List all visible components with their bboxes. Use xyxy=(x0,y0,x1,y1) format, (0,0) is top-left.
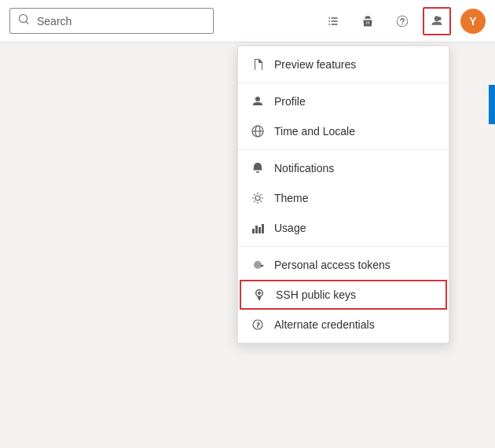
marketplace-button[interactable] xyxy=(354,7,382,35)
user-dropdown-menu: Preview features Profile Time and Locale… xyxy=(237,46,449,343)
user-settings-button[interactable] xyxy=(423,7,451,35)
header: Search Y xyxy=(0,0,495,42)
divider-1 xyxy=(238,83,449,83)
search-icon xyxy=(18,13,31,28)
profile-icon xyxy=(251,94,265,108)
menu-item-personal-access-tokens[interactable]: Personal access tokens xyxy=(238,250,449,280)
credentials-icon xyxy=(251,318,265,332)
menu-item-profile-label: Profile xyxy=(274,95,306,108)
svg-rect-7 xyxy=(258,227,261,233)
tokens-icon xyxy=(251,258,265,272)
svg-rect-8 xyxy=(262,224,264,233)
theme-icon xyxy=(251,191,265,205)
menu-item-usage-label: Usage xyxy=(274,222,306,234)
menu-item-alternate-credentials[interactable]: Alternate credentials xyxy=(238,310,449,340)
menu-item-notifications-label: Notifications xyxy=(274,162,334,174)
menu-item-preview-features-label: Preview features xyxy=(274,58,356,71)
search-placeholder: Search xyxy=(37,15,72,28)
menu-item-personal-access-tokens-label: Personal access tokens xyxy=(274,259,390,271)
menu-item-profile[interactable]: Profile xyxy=(238,86,449,116)
task-list-button[interactable] xyxy=(319,7,347,35)
divider-3 xyxy=(238,246,449,247)
menu-item-preview-features[interactable]: Preview features xyxy=(238,50,449,79)
menu-item-ssh-public-keys[interactable]: SSH public keys xyxy=(240,280,447,310)
svg-point-4 xyxy=(255,196,260,200)
svg-rect-5 xyxy=(252,229,255,233)
menu-item-theme-label: Theme xyxy=(274,192,309,204)
usage-icon xyxy=(251,221,265,235)
menu-item-theme[interactable]: Theme xyxy=(238,183,449,213)
ssh-icon xyxy=(252,288,266,302)
menu-item-ssh-public-keys-label: SSH public keys xyxy=(276,288,356,301)
menu-item-time-locale[interactable]: Time and Locale xyxy=(238,116,449,146)
document-icon xyxy=(251,57,265,72)
menu-item-time-locale-label: Time and Locale xyxy=(274,125,355,138)
notifications-icon xyxy=(251,161,265,175)
divider-2 xyxy=(238,149,449,150)
search-box[interactable]: Search xyxy=(9,8,214,34)
menu-item-alternate-credentials-label: Alternate credentials xyxy=(274,318,375,331)
svg-rect-6 xyxy=(255,226,258,233)
globe-icon xyxy=(251,124,265,138)
blue-accent-bar xyxy=(489,85,495,124)
menu-item-notifications[interactable]: Notifications xyxy=(238,153,449,183)
main-content: Preview features Profile Time and Locale… xyxy=(0,42,495,448)
help-button[interactable] xyxy=(388,7,416,35)
avatar[interactable]: Y xyxy=(460,9,486,34)
menu-item-usage[interactable]: Usage xyxy=(238,213,449,243)
svg-point-10 xyxy=(257,323,259,325)
